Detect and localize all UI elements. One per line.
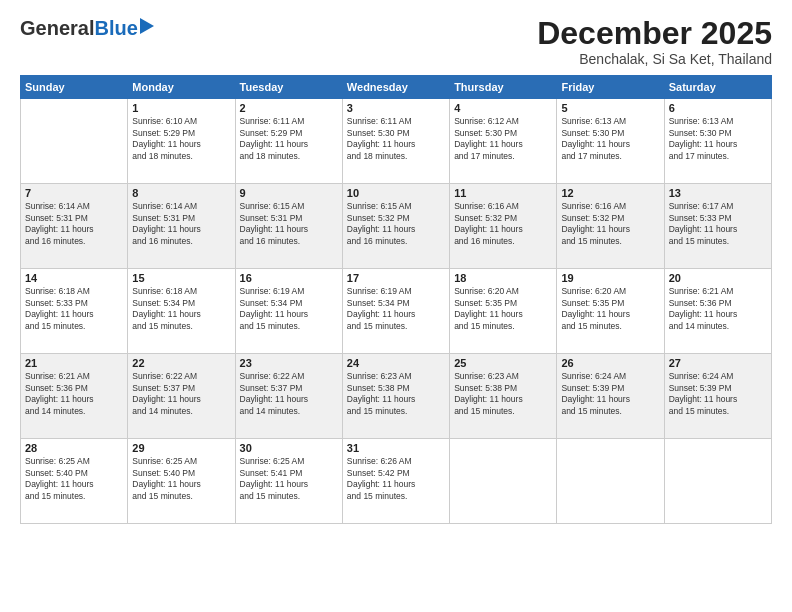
day-number: 11 — [454, 187, 552, 199]
table-row: 8Sunrise: 6:14 AMSunset: 5:31 PMDaylight… — [128, 184, 235, 269]
table-row: 30Sunrise: 6:25 AMSunset: 5:41 PMDayligh… — [235, 439, 342, 524]
logo-blue: Blue — [94, 17, 137, 40]
day-number: 12 — [561, 187, 659, 199]
day-info: Sunrise: 6:18 AMSunset: 5:34 PMDaylight:… — [132, 286, 230, 332]
day-info: Sunrise: 6:25 AMSunset: 5:41 PMDaylight:… — [240, 456, 338, 502]
logo-general: General — [20, 17, 94, 40]
header: General Blue December 2025 Benchalak, Si… — [20, 16, 772, 67]
calendar-week-row: 28Sunrise: 6:25 AMSunset: 5:40 PMDayligh… — [21, 439, 772, 524]
location: Benchalak, Si Sa Ket, Thailand — [537, 51, 772, 67]
page: General Blue December 2025 Benchalak, Si… — [0, 0, 792, 612]
day-number: 17 — [347, 272, 445, 284]
table-row: 26Sunrise: 6:24 AMSunset: 5:39 PMDayligh… — [557, 354, 664, 439]
day-info: Sunrise: 6:11 AMSunset: 5:30 PMDaylight:… — [347, 116, 445, 162]
day-number: 10 — [347, 187, 445, 199]
day-info: Sunrise: 6:26 AMSunset: 5:42 PMDaylight:… — [347, 456, 445, 502]
day-info: Sunrise: 6:13 AMSunset: 5:30 PMDaylight:… — [561, 116, 659, 162]
day-number: 31 — [347, 442, 445, 454]
table-row: 24Sunrise: 6:23 AMSunset: 5:38 PMDayligh… — [342, 354, 449, 439]
table-row: 17Sunrise: 6:19 AMSunset: 5:34 PMDayligh… — [342, 269, 449, 354]
table-row: 14Sunrise: 6:18 AMSunset: 5:33 PMDayligh… — [21, 269, 128, 354]
logo-arrow-icon — [140, 16, 156, 36]
day-info: Sunrise: 6:16 AMSunset: 5:32 PMDaylight:… — [454, 201, 552, 247]
day-info: Sunrise: 6:20 AMSunset: 5:35 PMDaylight:… — [561, 286, 659, 332]
day-info: Sunrise: 6:22 AMSunset: 5:37 PMDaylight:… — [240, 371, 338, 417]
day-info: Sunrise: 6:19 AMSunset: 5:34 PMDaylight:… — [347, 286, 445, 332]
table-row: 2Sunrise: 6:11 AMSunset: 5:29 PMDaylight… — [235, 99, 342, 184]
day-number: 22 — [132, 357, 230, 369]
day-number: 19 — [561, 272, 659, 284]
table-row: 5Sunrise: 6:13 AMSunset: 5:30 PMDaylight… — [557, 99, 664, 184]
day-info: Sunrise: 6:13 AMSunset: 5:30 PMDaylight:… — [669, 116, 767, 162]
table-row: 6Sunrise: 6:13 AMSunset: 5:30 PMDaylight… — [664, 99, 771, 184]
day-number: 8 — [132, 187, 230, 199]
table-row: 27Sunrise: 6:24 AMSunset: 5:39 PMDayligh… — [664, 354, 771, 439]
day-info: Sunrise: 6:20 AMSunset: 5:35 PMDaylight:… — [454, 286, 552, 332]
day-number: 21 — [25, 357, 123, 369]
day-number: 7 — [25, 187, 123, 199]
col-saturday: Saturday — [664, 76, 771, 99]
day-info: Sunrise: 6:19 AMSunset: 5:34 PMDaylight:… — [240, 286, 338, 332]
day-info: Sunrise: 6:14 AMSunset: 5:31 PMDaylight:… — [25, 201, 123, 247]
day-number: 27 — [669, 357, 767, 369]
day-info: Sunrise: 6:22 AMSunset: 5:37 PMDaylight:… — [132, 371, 230, 417]
col-wednesday: Wednesday — [342, 76, 449, 99]
table-row: 29Sunrise: 6:25 AMSunset: 5:40 PMDayligh… — [128, 439, 235, 524]
table-row — [557, 439, 664, 524]
day-info: Sunrise: 6:10 AMSunset: 5:29 PMDaylight:… — [132, 116, 230, 162]
calendar-header-row: Sunday Monday Tuesday Wednesday Thursday… — [21, 76, 772, 99]
col-monday: Monday — [128, 76, 235, 99]
calendar-week-row: 21Sunrise: 6:21 AMSunset: 5:36 PMDayligh… — [21, 354, 772, 439]
day-number: 13 — [669, 187, 767, 199]
day-info: Sunrise: 6:25 AMSunset: 5:40 PMDaylight:… — [132, 456, 230, 502]
table-row — [450, 439, 557, 524]
table-row: 10Sunrise: 6:15 AMSunset: 5:32 PMDayligh… — [342, 184, 449, 269]
day-info: Sunrise: 6:23 AMSunset: 5:38 PMDaylight:… — [454, 371, 552, 417]
table-row: 20Sunrise: 6:21 AMSunset: 5:36 PMDayligh… — [664, 269, 771, 354]
day-number: 4 — [454, 102, 552, 114]
col-thursday: Thursday — [450, 76, 557, 99]
day-number: 26 — [561, 357, 659, 369]
table-row: 9Sunrise: 6:15 AMSunset: 5:31 PMDaylight… — [235, 184, 342, 269]
day-number: 24 — [347, 357, 445, 369]
table-row: 15Sunrise: 6:18 AMSunset: 5:34 PMDayligh… — [128, 269, 235, 354]
day-info: Sunrise: 6:15 AMSunset: 5:32 PMDaylight:… — [347, 201, 445, 247]
table-row: 22Sunrise: 6:22 AMSunset: 5:37 PMDayligh… — [128, 354, 235, 439]
svg-marker-0 — [140, 18, 154, 34]
col-tuesday: Tuesday — [235, 76, 342, 99]
day-number: 30 — [240, 442, 338, 454]
day-info: Sunrise: 6:16 AMSunset: 5:32 PMDaylight:… — [561, 201, 659, 247]
day-number: 28 — [25, 442, 123, 454]
table-row: 21Sunrise: 6:21 AMSunset: 5:36 PMDayligh… — [21, 354, 128, 439]
table-row: 11Sunrise: 6:16 AMSunset: 5:32 PMDayligh… — [450, 184, 557, 269]
table-row: 31Sunrise: 6:26 AMSunset: 5:42 PMDayligh… — [342, 439, 449, 524]
calendar-week-row: 14Sunrise: 6:18 AMSunset: 5:33 PMDayligh… — [21, 269, 772, 354]
day-info: Sunrise: 6:25 AMSunset: 5:40 PMDaylight:… — [25, 456, 123, 502]
table-row: 1Sunrise: 6:10 AMSunset: 5:29 PMDaylight… — [128, 99, 235, 184]
day-info: Sunrise: 6:21 AMSunset: 5:36 PMDaylight:… — [669, 286, 767, 332]
day-info: Sunrise: 6:11 AMSunset: 5:29 PMDaylight:… — [240, 116, 338, 162]
day-info: Sunrise: 6:18 AMSunset: 5:33 PMDaylight:… — [25, 286, 123, 332]
day-number: 2 — [240, 102, 338, 114]
table-row: 19Sunrise: 6:20 AMSunset: 5:35 PMDayligh… — [557, 269, 664, 354]
day-number: 25 — [454, 357, 552, 369]
calendar-week-row: 7Sunrise: 6:14 AMSunset: 5:31 PMDaylight… — [21, 184, 772, 269]
day-number: 3 — [347, 102, 445, 114]
day-info: Sunrise: 6:15 AMSunset: 5:31 PMDaylight:… — [240, 201, 338, 247]
day-number: 9 — [240, 187, 338, 199]
table-row: 18Sunrise: 6:20 AMSunset: 5:35 PMDayligh… — [450, 269, 557, 354]
day-number: 5 — [561, 102, 659, 114]
day-info: Sunrise: 6:14 AMSunset: 5:31 PMDaylight:… — [132, 201, 230, 247]
month-title: December 2025 — [537, 16, 772, 51]
day-info: Sunrise: 6:24 AMSunset: 5:39 PMDaylight:… — [561, 371, 659, 417]
col-sunday: Sunday — [21, 76, 128, 99]
table-row: 13Sunrise: 6:17 AMSunset: 5:33 PMDayligh… — [664, 184, 771, 269]
table-row: 23Sunrise: 6:22 AMSunset: 5:37 PMDayligh… — [235, 354, 342, 439]
day-info: Sunrise: 6:12 AMSunset: 5:30 PMDaylight:… — [454, 116, 552, 162]
table-row: 28Sunrise: 6:25 AMSunset: 5:40 PMDayligh… — [21, 439, 128, 524]
day-info: Sunrise: 6:21 AMSunset: 5:36 PMDaylight:… — [25, 371, 123, 417]
day-number: 18 — [454, 272, 552, 284]
table-row: 25Sunrise: 6:23 AMSunset: 5:38 PMDayligh… — [450, 354, 557, 439]
day-number: 1 — [132, 102, 230, 114]
table-row: 7Sunrise: 6:14 AMSunset: 5:31 PMDaylight… — [21, 184, 128, 269]
